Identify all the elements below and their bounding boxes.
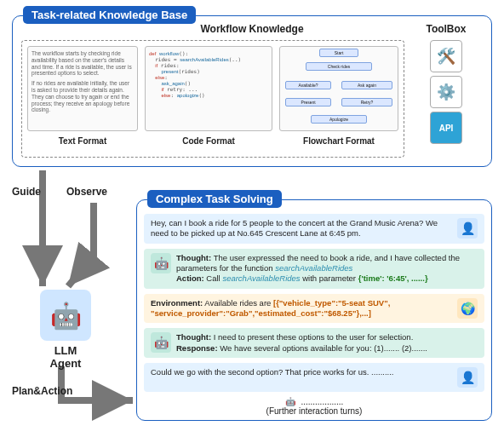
workflow-formats-group: The workflow starts by checking ride ava… [21, 40, 404, 158]
action-post: with parameter [302, 273, 358, 283]
thought-label-1: Thought: [176, 253, 211, 262]
kb-title: Task-related Knowledge Base [23, 6, 196, 24]
fn-name-1: searchAvailableRides [275, 263, 352, 273]
user-message-1: Hey, can I book a ride for 5 people to t… [144, 214, 484, 244]
guide-label: Guide [12, 186, 41, 198]
observe-label: Observe [66, 186, 107, 198]
user-message-2: Could we go with the second option? That… [144, 363, 484, 392]
user-avatar-icon: 👤 [457, 218, 478, 239]
toolbox-column: ToolBox 🛠️ ⚙️ API [408, 23, 484, 147]
thought-label-2: Thought: [176, 332, 211, 342]
cts-title: Complex Task Solving [147, 190, 282, 208]
flowchart-format-panel: Start Check rides Available? Ask again P… [279, 46, 398, 131]
text-format-p1: The workflow starts by checking ride ava… [32, 50, 134, 77]
agent-caption: LLM Agent [10, 344, 121, 370]
robot-avatar-icon-2: 🤖 [151, 332, 171, 353]
fn-name-2: searchAvailableRides [222, 273, 300, 283]
user-msg2-text: Could we go with the second option? That… [151, 367, 452, 377]
env-pre: Available rides are [204, 298, 273, 308]
action-pre: Call [206, 273, 222, 283]
user-avatar-icon-2: 👤 [457, 367, 478, 388]
response-label: Response: [176, 343, 218, 353]
text-format-p2: If no rides are available initially, the… [32, 80, 134, 113]
toolbox-title: ToolBox [408, 23, 484, 35]
user-msg1-text: Hey, can I book a ride for 5 people to t… [151, 218, 452, 239]
action-label-1: Action: [176, 273, 204, 283]
api-icon: API [430, 112, 462, 144]
text-format-panel: The workflow starts by checking ride ava… [27, 46, 138, 131]
gear-icon: ⚙️ [430, 76, 462, 108]
knowledge-base-panel: Task-related Knowledge Base Workflow Kno… [12, 15, 492, 167]
plan-action-label: Plan&Action [12, 385, 72, 397]
env-label: Environment: [151, 298, 203, 308]
robot-icon: 🤖 [40, 290, 91, 341]
code-format-label: Code Format [145, 136, 272, 146]
text-format-label: Text Format [27, 136, 138, 146]
action-param: {'time': '6:45', ......} [358, 273, 428, 283]
further-turns-note: 🤖 .................. (Further interactio… [137, 397, 491, 416]
globe-icon: 🌍 [457, 298, 478, 319]
response-text: We have several options available for yo… [220, 343, 427, 353]
complex-task-panel: Complex Task Solving Hey, can I book a r… [136, 199, 492, 421]
flowchart-format-label: Flowchart Format [279, 136, 398, 146]
environment-message: Environment: Available rides are [{"vehi… [144, 294, 484, 324]
tools-icon: 🛠️ [430, 40, 462, 72]
robot-avatar-icon: 🤖 [151, 253, 171, 273]
thought-text-2: I need to present these options to the u… [214, 332, 413, 342]
code-format-panel: def workflow(): rides = searchAvailableR… [145, 46, 272, 131]
llm-agent-block: 🤖 LLM Agent [10, 290, 121, 370]
agent-message-1: 🤖 Thought: The user expressed the need t… [144, 249, 484, 289]
agent-message-2: 🤖 Thought: I need to present these optio… [144, 328, 484, 358]
